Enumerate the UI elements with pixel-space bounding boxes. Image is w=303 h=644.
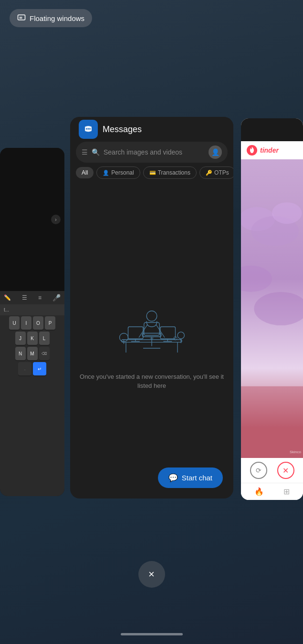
key-enter[interactable]: ↵ bbox=[33, 362, 46, 375]
start-chat-label: Start chat bbox=[182, 474, 212, 482]
tab-otps[interactable]: 🔑 OTPs bbox=[199, 166, 233, 179]
empty-state: Once you've started a new conversation, … bbox=[70, 183, 233, 499]
tinder-header: tinder bbox=[241, 141, 303, 159]
keyboard-text-bar: t... bbox=[0, 304, 64, 315]
tinder-actions: ⟳ ✕ bbox=[241, 458, 303, 483]
svg-point-22 bbox=[178, 332, 184, 338]
svg-rect-1 bbox=[20, 17, 22, 19]
keyboard-row-3: N M ⌫ bbox=[0, 346, 64, 361]
rewind-icon: ⟳ bbox=[256, 467, 261, 474]
key-l[interactable]: L bbox=[39, 332, 50, 345]
tinder-topbar bbox=[241, 118, 303, 141]
floating-windows-icon bbox=[17, 14, 26, 22]
tinder-nav-grid-icon[interactable]: ⊞ bbox=[283, 487, 290, 496]
close-x-icon: ✕ bbox=[282, 466, 289, 475]
key-period[interactable]: . bbox=[18, 362, 31, 375]
tab-all-label: All bbox=[82, 169, 88, 176]
key-n[interactable]: N bbox=[15, 347, 26, 360]
key-o[interactable]: O bbox=[33, 316, 43, 330]
filter-tabs: All 👤 Personal 💳 Transactions 🔑 OTPs bbox=[70, 163, 233, 183]
text-input-preview: t... bbox=[4, 307, 9, 312]
keyboard-row-2: J K L bbox=[0, 331, 64, 346]
floating-windows-label: Floating windows bbox=[10, 9, 92, 27]
card-icon: 💳 bbox=[149, 170, 156, 176]
tab-transactions-label: Transactions bbox=[158, 169, 190, 176]
search-icon: 🔍 bbox=[92, 148, 100, 156]
key-u[interactable]: U bbox=[9, 316, 20, 330]
tinder-image-svg bbox=[241, 159, 303, 458]
keyboard-toolbar: ✏️ ☰ ≡ 🎤 bbox=[0, 291, 64, 304]
keyboard-row-4: . ↵ bbox=[0, 361, 64, 376]
start-chat-button[interactable]: 💬 Start chat bbox=[158, 467, 223, 488]
svg-rect-17 bbox=[160, 327, 176, 339]
messages-app-header: Messages bbox=[70, 117, 233, 142]
search-bar[interactable]: ☰ 🔍 Search images and videos 👤 bbox=[76, 142, 228, 163]
tinder-nav-flame-icon[interactable]: 🔥 bbox=[254, 487, 264, 496]
svg-rect-14 bbox=[128, 327, 144, 339]
search-avatar[interactable]: 👤 bbox=[209, 145, 222, 159]
mic-icon[interactable]: 🎤 bbox=[52, 294, 61, 301]
home-indicator bbox=[121, 633, 183, 635]
empty-illustration bbox=[109, 291, 195, 363]
align-icon[interactable]: ☰ bbox=[22, 294, 27, 301]
tab-otps-label: OTPs bbox=[214, 169, 229, 176]
left-card: › ✏️ ☰ ≡ 🎤 t... U I O P J K L N M ⌫ bbox=[0, 148, 64, 496]
svg-point-28 bbox=[272, 202, 302, 224]
key-i[interactable]: I bbox=[21, 316, 31, 330]
messages-app-title: Messages bbox=[103, 125, 142, 135]
tab-all[interactable]: All bbox=[76, 167, 94, 178]
hamburger-icon[interactable]: ☰ bbox=[82, 148, 88, 156]
messages-app-icon bbox=[79, 120, 98, 139]
empty-state-text: Once you've started a new conversation, … bbox=[80, 372, 224, 391]
flame-logo-icon bbox=[249, 147, 255, 154]
close-icon: × bbox=[148, 568, 155, 581]
tab-personal[interactable]: 👤 Personal bbox=[96, 166, 140, 179]
tab-transactions[interactable]: 💳 Transactions bbox=[143, 166, 197, 179]
tinder-pass-button[interactable]: ✕ bbox=[277, 462, 294, 479]
pencil-icon[interactable]: ✏️ bbox=[4, 294, 11, 301]
tinder-card: tinder Skinco bbox=[241, 118, 303, 500]
chat-bubble-icon: 💬 bbox=[168, 473, 178, 482]
list-icon[interactable]: ≡ bbox=[38, 294, 42, 301]
svg-point-3 bbox=[86, 128, 87, 130]
floating-windows-text: Floating windows bbox=[30, 14, 84, 22]
tab-personal-label: Personal bbox=[111, 169, 134, 176]
svg-rect-31 bbox=[241, 386, 303, 458]
messages-card: Messages ☰ 🔍 Search images and videos 👤 … bbox=[70, 117, 233, 499]
tinder-rewind-button[interactable]: ⟳ bbox=[250, 462, 267, 479]
svg-point-4 bbox=[88, 128, 89, 130]
search-placeholder: Search images and videos bbox=[104, 148, 205, 156]
key-j[interactable]: J bbox=[15, 332, 26, 345]
person-icon: 👤 bbox=[103, 170, 109, 176]
key-icon: 🔑 bbox=[206, 170, 212, 176]
key-k[interactable]: K bbox=[27, 332, 38, 345]
close-button[interactable]: × bbox=[138, 561, 165, 588]
key-m[interactable]: M bbox=[27, 347, 38, 360]
svg-point-5 bbox=[89, 128, 91, 130]
tinder-brand-name: tinder bbox=[260, 146, 279, 154]
messages-icon-svg bbox=[82, 123, 95, 136]
key-p[interactable]: P bbox=[45, 316, 55, 330]
tinder-image-label: Skinco bbox=[290, 450, 301, 454]
tinder-logo bbox=[247, 145, 257, 156]
key-backspace[interactable]: ⌫ bbox=[39, 347, 50, 360]
tinder-bottom-nav: 🔥 ⊞ bbox=[241, 483, 303, 500]
tinder-profile-image: Skinco bbox=[241, 159, 303, 458]
keyboard-area: ✏️ ☰ ≡ 🎤 t... U I O P J K L N M ⌫ . ↵ bbox=[0, 291, 64, 496]
collapse-arrow[interactable]: › bbox=[51, 215, 61, 224]
keyboard-row-1: U I O P bbox=[0, 315, 64, 331]
svg-point-13 bbox=[146, 311, 157, 321]
